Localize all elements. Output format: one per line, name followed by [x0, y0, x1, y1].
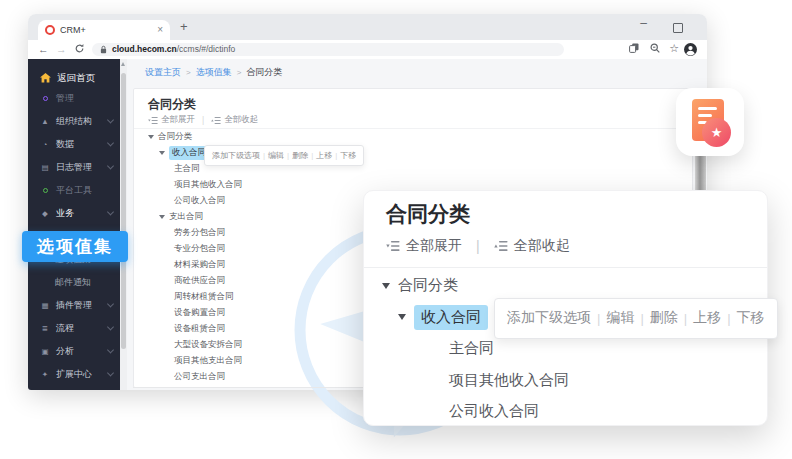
reload-icon[interactable]: [74, 43, 85, 54]
breadcrumb-link[interactable]: 选项值集: [196, 66, 232, 79]
action-move-down[interactable]: 下移: [340, 150, 356, 161]
breadcrumb-link[interactable]: 设置主页: [145, 66, 181, 79]
toolbar-separator: |: [597, 311, 600, 326]
tree-item-label: 材料采购合同: [174, 259, 225, 271]
toolbar-separator: |: [287, 151, 289, 160]
sidebar-item-log-management[interactable]: ▤日志管理: [28, 157, 120, 177]
sidebar-item-process[interactable]: ≣流程: [28, 318, 120, 338]
profile-avatar[interactable]: [684, 43, 697, 56]
sidebar-item-plugin-management[interactable]: ▦插件管理: [28, 295, 120, 315]
bookmark-star-icon[interactable]: ☆: [669, 42, 679, 55]
window-minimize-button[interactable]: –: [640, 16, 647, 30]
scrollbar-thumb[interactable]: [121, 73, 126, 349]
sidebar-item-label: 日志管理: [56, 161, 92, 174]
toolbar-separator: |: [263, 151, 265, 160]
sidebar-item-analysis[interactable]: ▣分析: [28, 341, 120, 361]
overlay-context-toolbar: 添加下级选项|编辑|删除|上移|下移: [494, 298, 778, 339]
chevron-down-icon: [107, 139, 114, 146]
url-omnibox[interactable]: cloud.hecom.cn/ccms/#/dictinfo: [92, 43, 564, 56]
tree-expand-arrow[interactable]: [148, 135, 154, 139]
tree-expand-arrow[interactable]: [159, 151, 165, 155]
zoom-icon[interactable]: [650, 43, 660, 53]
tree-item-label: 收入合同: [414, 305, 488, 330]
url-host: cloud.hecom.cn: [112, 44, 177, 54]
back-button[interactable]: ←: [38, 43, 49, 55]
sidebar-item-org-structure[interactable]: ▲组织结构: [28, 111, 120, 131]
overlay-collapse-all-button[interactable]: 全部收起: [494, 237, 570, 255]
tree-item-label: 项目其他收入合同: [174, 179, 242, 191]
toolbar-separator: |: [684, 311, 687, 326]
pages-icon[interactable]: [629, 43, 639, 53]
tree-item-label: 公司收入合同: [449, 402, 539, 421]
sidebar-item-label: 管理: [56, 92, 74, 105]
sidebar-item-label: 业务: [56, 207, 74, 220]
scrollbar-up-icon[interactable]: [121, 62, 125, 66]
tree-item-label: 劳务分包合同: [174, 227, 225, 239]
ring-green-icon: [40, 188, 50, 193]
tree-item[interactable]: 合同分类: [134, 129, 692, 145]
sidebar-item-platform-tools[interactable]: 平台工具: [28, 180, 120, 200]
forward-button[interactable]: →: [56, 43, 67, 55]
sidebar-item-label: 流程: [56, 322, 74, 335]
sidebar-item-label: 组织结构: [56, 115, 92, 128]
tree-item[interactable]: 收入合同添加下级选项|编辑|删除|上移|下移: [134, 145, 692, 161]
tree-expand-arrow[interactable]: [159, 215, 165, 219]
sidebar-item-label: 数据: [56, 138, 74, 151]
new-tab-button[interactable]: +: [180, 19, 188, 34]
sidebar-item-business[interactable]: ◆业务: [28, 203, 120, 223]
window-maximize-button[interactable]: [673, 23, 683, 33]
tree-expand-arrow[interactable]: [382, 283, 390, 289]
sidebar-item-mail-notification[interactable]: 邮件通知: [28, 272, 120, 292]
collapse-all-button[interactable]: 全部收起: [211, 114, 258, 126]
overlay-action-delete[interactable]: 删除: [650, 309, 678, 327]
tree-item-label: 收入合同: [169, 146, 209, 160]
chevron-down-icon: [107, 208, 114, 215]
sidebar-item-home[interactable]: 返回首页: [28, 67, 120, 89]
toolbar-separator: |: [311, 151, 313, 160]
sidebar-item-label: 分析: [56, 345, 74, 358]
sidebar-item-label: 插件管理: [56, 299, 92, 312]
overlay-tree-item[interactable]: 收入合同添加下级选项|编辑|删除|上移|下移: [364, 302, 767, 334]
breadcrumb-current: 合同分类: [246, 66, 282, 79]
tab-title: CRM+: [60, 25, 157, 35]
tree-item-label: 合同分类: [398, 276, 458, 295]
tree-controls: 全部展开 | 全部收起: [148, 113, 258, 127]
overlay-expand-all-button[interactable]: 全部展开: [386, 237, 462, 255]
flow-icon: ≣: [40, 324, 50, 333]
browser-tab[interactable]: CRM+ ×: [38, 20, 170, 40]
page-title: 合同分类: [148, 96, 196, 113]
action-move-up[interactable]: 上移: [316, 150, 332, 161]
overlay-action-move-up[interactable]: 上移: [693, 309, 721, 327]
address-bar: ← → cloud.hecom.cn/ccms/#/dictinfo ☆: [28, 40, 707, 60]
tree-item-label: 项目其他支出合同: [174, 355, 242, 367]
sidebar-item-admin[interactable]: 管理: [28, 88, 120, 108]
overlay-tree-item[interactable]: 项目其他收入合同: [364, 365, 767, 397]
tab-close-icon[interactable]: ×: [157, 25, 163, 35]
divider: [364, 267, 767, 268]
page-scrollbar[interactable]: [695, 149, 706, 196]
sidebar-item-label: 扩展中心: [56, 368, 92, 381]
lock-icon: [100, 45, 107, 54]
expand-all-button[interactable]: 全部展开: [148, 114, 195, 126]
tab-strip: CRM+ × + –: [28, 14, 707, 40]
sidebar-item-label: 平台工具: [56, 184, 92, 197]
overlay-action-move-down[interactable]: 下移: [737, 309, 765, 327]
overlay-tree-item[interactable]: 公司收入合同: [364, 396, 767, 428]
home-icon: [40, 73, 51, 83]
action-delete[interactable]: 删除: [292, 150, 308, 161]
tree-expand-arrow[interactable]: [398, 314, 406, 320]
briefcase-icon: ◆: [40, 209, 50, 218]
action-edit[interactable]: 编辑: [268, 150, 284, 161]
overlay-action-edit[interactable]: 编辑: [606, 309, 634, 327]
sidebar-item-data[interactable]: ◔数据: [28, 134, 120, 154]
overlay-action-add-child[interactable]: 添加下级选项: [507, 309, 591, 327]
sidebar-item-option-set-highlight[interactable]: 选项值集: [22, 231, 128, 262]
tree-item-label: 合同分类: [158, 131, 192, 143]
chevron-down-icon: [107, 116, 114, 123]
expand-all-icon: [148, 116, 158, 125]
overlay-tree-item[interactable]: 合同分类: [364, 270, 767, 302]
tree-item-label: 主合同: [174, 163, 200, 175]
sidebar-item-extension-center[interactable]: ✦扩展中心: [28, 364, 120, 384]
chevron-down-icon: [107, 346, 114, 353]
action-add-child[interactable]: 添加下级选项: [212, 150, 260, 161]
